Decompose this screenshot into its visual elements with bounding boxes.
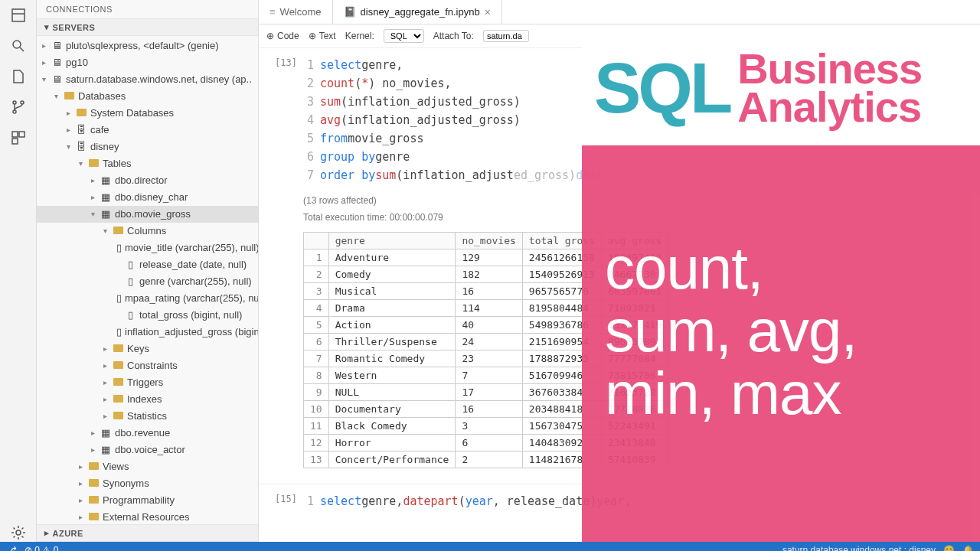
tree-item[interactable]: ▾Tables	[37, 155, 258, 172]
tree-item[interactable]: ▾Columns	[37, 223, 258, 240]
settings-icon[interactable]	[9, 523, 28, 542]
table-row[interactable]: 1Adventure12924561266158190397412	[304, 249, 668, 266]
tree-item[interactable]: ▾🗄disney	[37, 139, 258, 155]
notebook-toolbar: ⊕ Code ⊕ Text Kernel: SQL Attach To:	[259, 24, 980, 48]
svg-rect-0	[12, 9, 24, 21]
tree-item[interactable]: ▯movie_title (varchar(255), null)	[37, 240, 258, 256]
kernel-select[interactable]: SQL	[384, 29, 424, 43]
tree-item[interactable]: ▯genre (varchar(255), null)	[37, 273, 258, 290]
editor-tab[interactable]: ≡Welcome	[259, 0, 333, 24]
tree-item[interactable]: ▸🖥pluto\sqlexpress, <default> (genie)	[37, 37, 258, 54]
add-code-button[interactable]: ⊕ Code	[266, 31, 299, 41]
azure-header[interactable]: ▸AZURE	[37, 524, 258, 542]
activity-bar	[0, 0, 37, 542]
svg-point-6	[21, 101, 24, 104]
tree-item[interactable]: ▸System Databases	[37, 105, 258, 122]
table-row[interactable]: 9NULL1736760338421623728	[304, 384, 668, 401]
attach-input[interactable]	[483, 30, 529, 42]
result-table[interactable]: genreno_moviestotal grossavg gross1Adven…	[303, 232, 668, 468]
tree-item[interactable]: ▸Triggers	[37, 374, 258, 391]
search-icon[interactable]	[9, 37, 28, 55]
server-tree: ▸🖥pluto\sqlexpress, <default> (genie)▸🖥p…	[37, 36, 258, 524]
tree-item[interactable]: ▸▦dbo.disney_char	[37, 189, 258, 206]
svg-rect-8	[19, 132, 24, 137]
svg-point-2	[13, 41, 21, 48]
table-row[interactable]: 5Action405498936786137473419	[304, 317, 668, 334]
tree-item[interactable]: ▾▦dbo.movie_gross	[37, 206, 258, 223]
table-row[interactable]: 4Drama114819580448471893021	[304, 300, 668, 317]
cell-prompt: [13]	[266, 56, 303, 184]
sidebar-title: CONNECTIONS	[37, 0, 258, 18]
add-text-button[interactable]: ⊕ Text	[309, 31, 336, 41]
tree-item[interactable]: ▸▦dbo.voice_actor	[37, 442, 258, 458]
svg-rect-7	[12, 132, 18, 137]
tree-item[interactable]: ▸Keys	[37, 341, 258, 357]
editor-area: ≡Welcome📓disney_aggregate_fn.ipynb× ⊕ Co…	[259, 0, 980, 542]
cell-area: [13] 1select genre,2 count(*) no_movies,…	[259, 48, 980, 542]
svg-point-10	[16, 530, 21, 535]
tree-item[interactable]: ▸Statistics	[37, 408, 258, 425]
status-problems[interactable]: ⊘ 0 ⚠ 0	[24, 545, 58, 551]
exec-time: Total execution time: 00:00:00.079	[259, 209, 980, 226]
tree-item[interactable]: ▸🗄cafe	[37, 122, 258, 139]
tree-item[interactable]: ▸▦dbo.revenue	[37, 425, 258, 442]
kernel-label: Kernel:	[345, 31, 374, 41]
table-row[interactable]: 8Western751670994673815706	[304, 367, 668, 384]
servers-header[interactable]: ▾SERVERS	[37, 18, 258, 36]
editor-tabs: ≡Welcome📓disney_aggregate_fn.ipynb×	[259, 0, 980, 24]
cell-prompt: [15]	[266, 492, 303, 510]
tree-item[interactable]: ▯total_gross (bigint, null)	[37, 307, 258, 324]
tree-item[interactable]: ▸Constraints	[37, 357, 258, 374]
tree-item[interactable]: ▸Programmability	[37, 492, 258, 509]
code-cell[interactable]: [13] 1select genre,2 count(*) no_movies,…	[259, 56, 980, 192]
tree-item[interactable]: ▸Views	[37, 458, 258, 475]
table-row[interactable]: 2Comedy1821540952691384667730	[304, 266, 668, 283]
bell-icon[interactable]: 🔔	[962, 545, 974, 551]
file-icon[interactable]	[9, 67, 28, 86]
table-row[interactable]: 3Musical169657565776603597861	[304, 283, 668, 300]
code-body[interactable]: 1select genre, datepart(year, release_da…	[303, 492, 972, 510]
rows-affected: (13 rows affected)	[259, 192, 980, 209]
svg-point-5	[13, 110, 16, 113]
table-row[interactable]: 11Black Comedy315673047552243491	[304, 418, 668, 435]
table-row[interactable]: 6Thriller/Suspense24215169095489653789	[304, 334, 668, 350]
table-row[interactable]: 12Horror614048309223413848	[304, 435, 668, 452]
tree-item[interactable]: ▯mpaa_rating (varchar(255), null)	[37, 290, 258, 307]
status-connection[interactable]: saturn.database.windows.net : disney	[782, 545, 936, 551]
tree-item[interactable]: ▸External Resources	[37, 509, 258, 524]
tree-item[interactable]: ▯release_date (date, null)	[37, 256, 258, 273]
tree-item[interactable]: ▸Indexes	[37, 391, 258, 408]
tree-item[interactable]: ▾🖥saturn.database.windows.net, disney (a…	[37, 71, 258, 88]
code-body[interactable]: 1select genre,2 count(*) no_movies,3 sum…	[303, 56, 972, 184]
table-row[interactable]: 13Concert/Performance211482167857410839	[304, 452, 668, 468]
close-icon[interactable]: ×	[485, 6, 491, 18]
svg-line-3	[20, 47, 24, 51]
tree-item[interactable]: ▯inflation_adjusted_gross (bigin...	[37, 324, 258, 341]
extensions-icon[interactable]	[9, 129, 28, 147]
code-cell[interactable]: [15] 1select genre, datepart(year, relea…	[259, 484, 980, 518]
tree-item[interactable]: ▾Databases	[37, 88, 258, 105]
branch-icon[interactable]	[9, 98, 28, 116]
tree-item[interactable]: ▸▦dbo.director	[37, 172, 258, 189]
attach-label: Attach To:	[433, 31, 474, 41]
tree-item[interactable]: ▸🖥pg10	[37, 54, 258, 71]
status-branch[interactable]: ⎇	[6, 545, 17, 551]
svg-rect-9	[12, 139, 18, 144]
layout-icon[interactable]	[9, 6, 28, 24]
editor-tab[interactable]: 📓disney_aggregate_fn.ipynb×	[333, 0, 502, 24]
status-bar: ⎇ ⊘ 0 ⚠ 0 saturn.database.windows.net : …	[0, 542, 980, 551]
table-row[interactable]: 10Documentary1620348841812718026	[304, 401, 668, 418]
table-row[interactable]: 7Romantic Comedy23178887293377777084	[304, 350, 668, 367]
connections-sidebar: CONNECTIONS ▾SERVERS ▸🖥pluto\sqlexpress,…	[37, 0, 259, 542]
tree-item[interactable]: ▸Synonyms	[37, 475, 258, 492]
svg-point-4	[13, 101, 16, 104]
